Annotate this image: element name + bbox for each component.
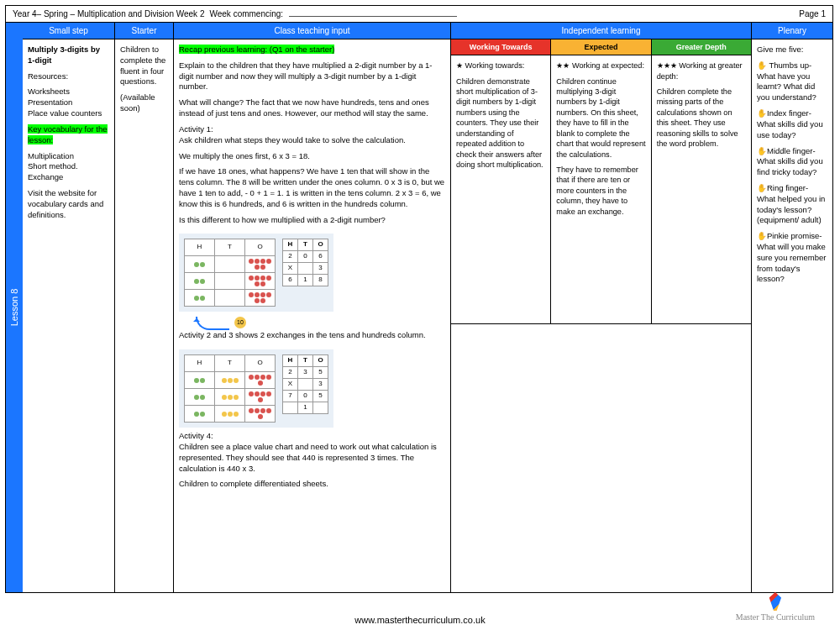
vocab-list: Multiplication Short method. Exchange [28,151,109,183]
plenary-ring: ✋Ring finger- What helped you in today's… [757,183,827,226]
col-starter: Starter [115,23,174,39]
starter-line1: Children to complete the fluent in four … [120,45,168,87]
wt-cell: ★ Working towards: Children demonstrate … [451,55,551,323]
d2-cr-t: 1 [298,402,313,414]
activity1-label: Activity 1: [179,124,213,134]
footer-url: www.masterthecurriculum.co.uk [0,615,840,625]
d1-top-o: 6 [313,251,328,263]
d1-h: H [185,239,215,256]
page-header: Year 4– Spring – Multiplication and Divi… [6,6,832,23]
teaching-p2: What will change? The fact that we now h… [179,97,445,119]
d2-ans-h: 7 [283,391,298,402]
gd-header: Greater Depth [652,39,751,55]
vocab-label: Key vocabulary for the lesson: [28,124,108,144]
week-commencing-label: Week commencing: [209,9,283,18]
col-teaching: Class teaching input [174,23,451,39]
teaching-p1: Explain to the children that they have m… [179,60,445,92]
d1-mult-x: X [283,263,298,275]
d2c-o: O [313,355,328,367]
d2-ans-o: 5 [313,391,328,402]
plenary-thumb: ✋ Thumbs up- What have you learnt? What … [757,60,827,103]
teaching-p5: Is this different to how we multiplied w… [179,215,445,226]
col-independent: Independent learning [451,23,752,39]
d2-t: T [215,355,245,372]
d2-top-o: 5 [313,367,328,379]
plenary-intro: Give me five: [757,45,827,55]
ex-header: Expected [551,39,651,55]
resources-label: Resources: [28,71,109,82]
column-headers: Small step Starter Class teaching input … [23,23,832,39]
d1-o: O [245,239,276,256]
lesson-tab-label: Lesson 8 [9,289,19,327]
activity1-q: Ask children what steps they would take … [179,135,406,144]
plenary-cell: Give me five: ✋ Thumbs up- What have you… [752,39,832,592]
starter-cell: Children to complete the fluent in four … [115,39,174,592]
ex-title: ★★ Working at expected: [556,60,645,71]
carry-badge: 10 [234,317,246,328]
vocab-note: Visit the website for vocabulary cards a… [28,188,109,220]
d2-top-t: 3 [298,367,313,379]
d1-mult-o: 3 [313,263,328,275]
d1-mult-t [298,263,313,275]
lesson-plan-page: Year 4– Spring – Multiplication and Divi… [5,5,833,593]
d1-top-t: 0 [298,251,313,263]
d2-mult-x: X [283,379,298,391]
ex-cell: ★★ Working at expected: Children continu… [551,55,651,323]
col-plenary: Plenary [752,23,832,39]
d1-top-h: 2 [283,251,298,263]
teaching-p7: Children to complete differentiated shee… [179,479,445,490]
small-step-title: Multiply 3-digits by 1-digit [28,45,109,66]
plenary-index: ✋Index finger- What skills did you use t… [757,108,827,140]
pv-diagram-1: HTO HTO 206 X3 618 [179,234,333,312]
wt-header: Working Towards [451,39,551,55]
independent-cell: Working Towards Expected Greater Depth ★… [451,39,752,592]
ex-body: Children continue multiplying 3-digit nu… [556,76,645,160]
ex-body2: They have to remember that if there are … [556,165,645,217]
d1c-h: H [283,239,298,251]
plenary-pinkie: ✋Pinkie promise- What will you make sure… [757,231,827,285]
week-commencing-blank [289,16,457,17]
gd-body: Children complete the missing parts of t… [657,87,746,150]
activity4-label: Activity 4: [179,431,213,440]
plenary-middle: ✋Middle finger- What skills did you find… [757,146,827,178]
d2-ans-t: 0 [298,391,313,402]
lesson-tab: Lesson 8 [6,23,23,592]
activity4-body: Children see a place value chart and nee… [179,442,437,473]
d2-h: H [185,355,215,372]
d1-ans-h: 6 [283,275,298,286]
d1-ans-t: 1 [298,275,313,286]
brand-logo: Master The Curriculum [736,592,815,622]
teaching-p6: Activity 2 and 3 shows 2 exchanges in th… [179,330,445,341]
d2c-h: H [283,355,298,367]
exchange-arrow-icon [196,317,229,330]
recap-highlight: Recap previous learning: (Q1 on the star… [179,45,334,54]
doc-title: Year 4– Spring – Multiplication and Divi… [13,9,204,18]
teaching-p3: We multiply the ones first, 6 x 3 = 18. [179,151,445,162]
teaching-cell: Recap previous learning: (Q1 on the star… [174,39,451,592]
d1c-t: T [298,239,313,251]
col-small-step: Small step [23,23,115,39]
small-step-cell: Multiply 3-digits by 1-digit Resources: … [23,39,115,592]
d1c-o: O [313,239,328,251]
wt-title: ★ Working towards: [456,60,545,71]
d2c-t: T [298,355,313,367]
starter-line2: (Available soon) [120,92,168,114]
gd-cell: ★★★ Working at greater depth: Children c… [652,55,751,323]
d2-o: O [245,355,276,372]
brand-text: Master The Curriculum [736,612,815,622]
d2-cr-h [283,402,298,414]
wt-body: Children demonstrate short multiplicatio… [456,76,545,171]
page-number: Page 1 [799,9,826,18]
d2-mult-o: 3 [313,379,328,391]
teaching-p4: If we have 18 ones, what happens? We hav… [179,166,445,209]
gd-title: ★★★ Working at greater depth: [657,60,746,81]
d2-cr-o [313,402,328,414]
pv-diagram-2: HTO HTO 235 X3 705 1 [179,349,333,428]
d2-mult-t [298,379,313,391]
d2-top-h: 2 [283,367,298,379]
resources-list: Worksheets Presentation Place value coun… [28,87,109,118]
d1-ans-o: 8 [313,275,328,286]
d1-t: T [215,239,245,256]
